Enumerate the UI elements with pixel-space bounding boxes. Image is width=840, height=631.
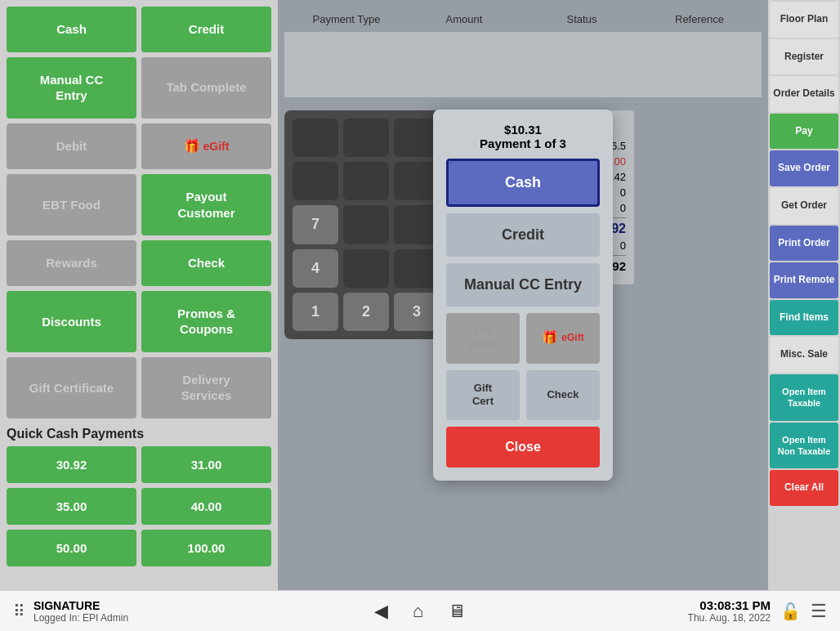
open-item-non-taxable-button[interactable]: Open Item Non Taxable: [770, 423, 838, 469]
register-button[interactable]: Register: [770, 39, 838, 75]
modal-egift-button[interactable]: 🎁 eGift: [526, 313, 600, 364]
modal-gift-cert-button[interactable]: GiftCert: [446, 370, 520, 421]
tab-complete-button[interactable]: Tab Complete: [141, 57, 271, 119]
main-area: Cash Credit Manual CC Entry Tab Complete…: [0, 0, 840, 590]
modal-close-button[interactable]: Close: [446, 427, 600, 468]
quick-cash-section: Quick Cash Payments 30.92 31.00 35.00 40…: [7, 427, 271, 566]
modal-gift-icon: 🎁: [542, 329, 558, 347]
clear-all-button[interactable]: Clear All: [770, 470, 838, 506]
center-panel: Payment Type Amount Status Reference: [278, 0, 768, 590]
find-items-button[interactable]: Find Items: [770, 300, 838, 336]
cash-button[interactable]: Cash: [7, 7, 136, 52]
modal-overlay: $10.31 Payment 1 of 3 Cash Credit Manual…: [278, 0, 768, 590]
modal-manual-cc-button[interactable]: Manual CC Entry: [446, 263, 600, 307]
bottom-left: ⠿ SIGNATURE Logged In: EPI Admin: [13, 599, 374, 624]
modal-pin-debit-button[interactable]: PINDebit: [446, 313, 520, 364]
misc-sale-button[interactable]: Misc. Sale: [770, 337, 838, 373]
payment-buttons-grid: Cash Credit Manual CC Entry Tab Complete…: [7, 7, 271, 418]
egift-button[interactable]: 🎁 eGift: [141, 123, 271, 170]
right-panel: Floor Plan Register Order Details Pay Sa…: [768, 0, 840, 590]
check-button[interactable]: Check: [141, 240, 271, 286]
quick-cash-31-00[interactable]: 31.00: [141, 446, 271, 483]
pay-button[interactable]: Pay: [770, 114, 838, 150]
print-remote-button[interactable]: Print Remote: [770, 262, 838, 298]
quick-cash-40-00[interactable]: 40.00: [141, 488, 271, 525]
register-icon[interactable]: 🖥: [448, 601, 466, 622]
payout-customer-button[interactable]: Payout Customer: [141, 174, 271, 235]
quick-cash-35-00[interactable]: 35.00: [7, 488, 136, 525]
quick-cash-100-00[interactable]: 100.00: [141, 530, 271, 566]
quick-cash-title: Quick Cash Payments: [7, 427, 271, 441]
signature-info: SIGNATURE Logged In: EPI Admin: [34, 599, 128, 624]
logged-in-text: Logged In: EPI Admin: [34, 612, 128, 624]
bottom-right: 03:08:31 PM Thu. Aug. 18, 2022 🔓 ☰: [466, 598, 827, 624]
delivery-services-button[interactable]: Delivery Services: [141, 357, 271, 418]
bottom-bar: ⠿ SIGNATURE Logged In: EPI Admin ◀ ⌂ 🖥 0…: [0, 590, 840, 631]
modal-row-2: PINDebit 🎁 eGift: [446, 313, 600, 364]
discounts-button[interactable]: Discounts: [7, 291, 136, 352]
menu-icon[interactable]: ☰: [811, 601, 827, 622]
current-time: 03:08:31 PM: [688, 598, 771, 612]
credit-button[interactable]: Credit: [141, 7, 271, 52]
modal-check-button[interactable]: Check: [526, 370, 600, 421]
save-order-button[interactable]: Save Order: [770, 150, 838, 186]
grid-dots-icon[interactable]: ⠿: [13, 602, 25, 621]
app-container: Cash Credit Manual CC Entry Tab Complete…: [0, 0, 840, 631]
lock-icon[interactable]: 🔓: [780, 602, 801, 621]
home-icon[interactable]: ⌂: [413, 601, 423, 622]
get-order-button[interactable]: Get Order: [770, 188, 838, 224]
modal-credit-button[interactable]: Credit: [446, 213, 600, 257]
left-panel: Cash Credit Manual CC Entry Tab Complete…: [0, 0, 278, 590]
modal-payment-info: Payment 1 of 3: [480, 136, 566, 150]
promos-coupons-button[interactable]: Promos & Coupons: [141, 291, 271, 352]
quick-cash-grid: 30.92 31.00 35.00 40.00 50.00 100.00: [7, 446, 271, 566]
modal-amount: $10.31 Payment 1 of 3: [446, 123, 600, 150]
print-order-button[interactable]: Print Order: [770, 226, 838, 262]
current-date: Thu. Aug. 18, 2022: [688, 612, 771, 624]
modal-row-3: GiftCert Check: [446, 370, 600, 421]
order-details-button[interactable]: Order Details: [770, 76, 838, 112]
debit-button[interactable]: Debit: [7, 123, 136, 170]
manual-cc-button[interactable]: Manual CC Entry: [7, 57, 136, 119]
ebt-food-button[interactable]: EBT Food: [7, 174, 136, 235]
quick-cash-50-00[interactable]: 50.00: [7, 530, 136, 566]
back-icon[interactable]: ◀: [374, 601, 388, 622]
bottom-center: ◀ ⌂ 🖥: [374, 601, 466, 622]
rewards-button[interactable]: Rewards: [7, 240, 136, 286]
modal-egift-label: eGift: [561, 332, 583, 345]
open-item-taxable-button[interactable]: Open Item Taxable: [770, 374, 838, 421]
modal-cash-button[interactable]: Cash: [446, 159, 600, 207]
floor-plan-button[interactable]: Floor Plan: [770, 2, 838, 38]
egift-label: eGift: [203, 139, 230, 154]
quick-cash-30-92[interactable]: 30.92: [7, 446, 136, 483]
app-name: SIGNATURE: [34, 599, 128, 612]
payment-method-modal: $10.31 Payment 1 of 3 Cash Credit Manual…: [433, 110, 613, 481]
datetime-info: 03:08:31 PM Thu. Aug. 18, 2022: [688, 598, 771, 624]
gift-icon: 🎁: [184, 138, 200, 155]
gift-cert-button[interactable]: Gift Certificate: [7, 357, 136, 418]
